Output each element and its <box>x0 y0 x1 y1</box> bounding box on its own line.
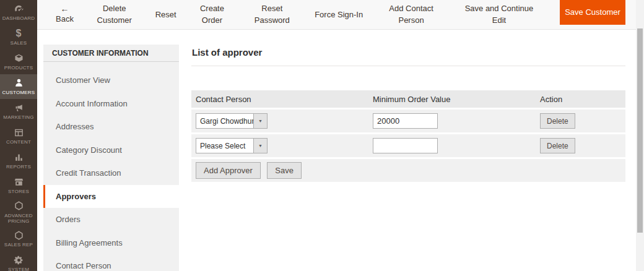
delete-button[interactable]: Delete <box>540 113 575 129</box>
sidebar-item-content[interactable]: CONTENT <box>0 124 37 148</box>
vertical-scrollbar[interactable] <box>636 0 644 271</box>
add-approver-button[interactable]: Add Approver <box>196 162 261 179</box>
panel-title: CUSTOMER INFORMATION <box>43 45 179 62</box>
nav-item-category-discount[interactable]: Category Discount <box>43 139 179 162</box>
minimum-order-value-input[interactable] <box>373 138 438 153</box>
dashboard-icon <box>13 3 24 14</box>
contact-person-select[interactable]: Gargi Chowdhury ▼ <box>196 113 268 129</box>
sidebar-item-customers[interactable]: CUSTOMERS <box>0 74 37 99</box>
column-header-action: Action <box>540 95 625 104</box>
sidebar-item-label: REPORTS <box>6 164 31 170</box>
sidebar-item-label: SYSTEM <box>8 267 29 271</box>
add-contact-person-button[interactable]: Add Contact Person <box>381 3 441 27</box>
sidebar-item-label: SALES <box>11 40 27 46</box>
reports-icon <box>13 152 24 163</box>
sidebar-item-dashboard[interactable]: DASHBOARD <box>0 0 37 25</box>
chevron-down-icon: ▼ <box>253 139 267 153</box>
nav-item-addresses[interactable]: Addresses <box>43 115 179 139</box>
sidebar-item-label: MARKETING <box>3 114 33 120</box>
content-icon <box>13 127 24 138</box>
table-footer-row: Add Approver Save <box>191 159 625 182</box>
select-value: Gargi Chowdhury <box>196 114 253 128</box>
magento-admin-page: DASHBOARD $ SALES PRODUCTS CUSTOMERS MAR… <box>0 0 644 271</box>
nav-item-billing-agreements[interactable]: Billing Agreements <box>43 231 179 255</box>
table-header-row: Contact Person Minimum Order Value Actio… <box>191 90 625 108</box>
minimum-order-value-input[interactable] <box>373 113 438 129</box>
sidebar-item-stores[interactable]: STORES <box>0 173 37 198</box>
column-header-minimum-order-value: Minimum Order Value <box>373 95 540 104</box>
save-customer-button[interactable]: Save Customer <box>560 0 625 25</box>
stores-icon <box>13 176 24 187</box>
reset-button[interactable]: Reset <box>155 9 176 21</box>
save-button[interactable]: Save <box>267 162 302 179</box>
products-icon <box>13 53 24 64</box>
admin-sidebar: DASHBOARD $ SALES PRODUCTS CUSTOMERS MAR… <box>0 0 37 271</box>
sidebar-item-label: PRODUCTS <box>4 65 33 71</box>
force-sign-in-button[interactable]: Force Sign-In <box>315 9 363 21</box>
sidebar-item-marketing[interactable]: MARKETING <box>0 99 37 124</box>
nav-item-contact-person[interactable]: Contact Person <box>43 254 179 271</box>
select-value: Please Select <box>196 139 253 153</box>
advanced-pricing-icon <box>13 200 24 212</box>
sidebar-item-label: STORES <box>8 189 29 194</box>
nav-item-approvers[interactable]: Approvers <box>43 185 179 209</box>
reset-password-button[interactable]: Reset Password <box>248 3 296 27</box>
sidebar-item-sales-rep[interactable]: SALES REP <box>0 226 37 251</box>
table-row: Gargi Chowdhury ▼ Delete <box>191 110 625 132</box>
sidebar-item-label: SALES REP <box>4 242 33 247</box>
sidebar-item-reports[interactable]: REPORTS <box>0 148 37 173</box>
sidebar-item-label: CUSTOMERS <box>2 90 35 95</box>
nav-item-credit-transaction[interactable]: Credit Transaction <box>43 161 179 185</box>
back-button[interactable]: ← Back <box>56 4 74 25</box>
sidebar-item-label: DASHBOARD <box>2 15 35 21</box>
nav-item-account-information[interactable]: Account Information <box>43 92 179 116</box>
nav-item-customer-view[interactable]: Customer View <box>43 69 179 92</box>
marketing-icon <box>13 102 24 113</box>
approvers-content: List of approver Contact Person Minimum … <box>191 45 625 182</box>
create-order-button[interactable]: Create Order <box>194 3 229 27</box>
page-title: List of approver <box>191 45 625 66</box>
system-icon <box>13 254 24 265</box>
sales-rep-icon <box>13 230 24 241</box>
table-row: Please Select ▼ Delete <box>191 134 625 157</box>
sidebar-item-advanced-pricing[interactable]: ADVANCED PRICING <box>0 198 37 226</box>
page-actions-toolbar: ← Back Delete Customer Reset Create Orde… <box>37 0 644 30</box>
scrollbar-thumb[interactable] <box>637 28 643 233</box>
delete-customer-button[interactable]: Delete Customer <box>92 3 137 27</box>
customers-icon <box>13 77 24 88</box>
sales-icon: $ <box>13 28 24 39</box>
contact-person-select[interactable]: Please Select ▼ <box>196 138 268 153</box>
sidebar-item-label: CONTENT <box>6 139 31 145</box>
nav-item-orders[interactable]: Orders <box>43 208 179 231</box>
sidebar-item-sales[interactable]: $ SALES <box>0 25 37 49</box>
panel-nav-list: Customer View Account Information Addres… <box>43 69 179 271</box>
delete-button[interactable]: Delete <box>540 138 575 153</box>
sidebar-item-system[interactable]: SYSTEM <box>0 251 37 271</box>
sidebar-item-products[interactable]: PRODUCTS <box>0 49 37 74</box>
back-arrow-icon: ← <box>56 4 74 14</box>
column-header-contact-person: Contact Person <box>191 95 373 104</box>
chevron-down-icon: ▼ <box>253 114 267 128</box>
customer-information-panel: CUSTOMER INFORMATION Customer View Accou… <box>43 45 179 271</box>
approver-table: Contact Person Minimum Order Value Actio… <box>191 90 625 182</box>
sidebar-item-label: ADVANCED PRICING <box>1 213 36 224</box>
save-and-continue-button[interactable]: Save and Continue Edit <box>459 3 539 27</box>
